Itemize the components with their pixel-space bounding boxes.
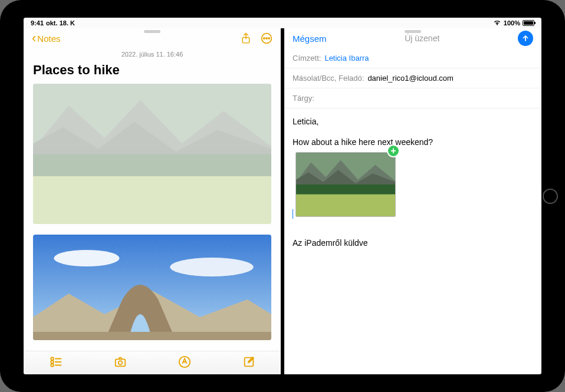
svg-point-14 [51,360,54,363]
back-button[interactable]: ‹ Notes [32,34,61,44]
markup-circle-icon[interactable] [178,355,191,371]
notes-app: ‹ Notes [24,28,281,374]
status-date: okt. 18. K [46,19,75,27]
cancel-button[interactable]: Mégsem [293,34,327,44]
svg-point-3 [266,38,267,39]
to-value: Leticia Ibarra [324,54,369,62]
to-label: Címzett: [293,54,321,62]
notes-toolbar [24,351,281,374]
mail-window-title: Új üzenet [405,34,439,43]
ellipsis-circle-icon[interactable] [261,32,272,44]
mail-body[interactable]: Leticia, How about a hike here next week… [284,108,541,256]
split-view: ‹ Notes [24,28,541,374]
camera-icon[interactable] [114,355,127,371]
home-button[interactable] [543,189,558,204]
svg-point-11 [170,258,253,276]
note-photo-2[interactable] [33,235,271,340]
mail-body-greeting: Leticia, [293,116,533,128]
mail-fields: Címzett: Leticia Ibarra Másolat/Bcc, Fel… [284,48,541,108]
multitask-pill-icon[interactable] [144,30,160,33]
multitask-pill-icon[interactable] [405,30,421,33]
note-photo-1[interactable] [33,84,271,224]
svg-point-13 [51,357,54,360]
svg-point-17 [118,361,121,364]
back-label: Notes [37,34,60,44]
mail-app: Mégsem Új üzenet Címzett: Leticia Ibarra… [284,28,541,374]
send-button[interactable] [518,31,533,46]
svg-rect-23 [296,195,395,216]
svg-rect-12 [33,332,271,340]
svg-point-15 [51,364,54,367]
share-icon[interactable] [241,32,251,44]
status-bar: 9:41 okt. 18. K 100% [24,18,541,28]
compose-icon[interactable] [242,355,255,371]
subject-label: Tárgy: [293,94,314,103]
note-date: 2022. július 11. 16:46 [33,51,271,58]
mail-signature: Az iPademről küldve [293,237,533,249]
note-title: Places to hike [33,62,271,78]
subject-field[interactable]: Tárgy: [284,88,541,108]
text-cursor [293,209,293,219]
wifi-icon [493,19,501,27]
screen: 9:41 okt. 18. K 100% ‹ Notes [24,18,541,374]
mail-body-line: How about a hike here next weekend? [293,136,533,149]
battery-percent: 100% [504,19,520,27]
cc-field[interactable]: Másolat/Bcc, Feladó: daniel_rico1@icloud… [284,68,541,88]
plus-circle-icon: + [387,144,400,157]
cc-value: daniel_rico1@icloud.com [367,74,453,83]
cc-label: Másolat/Bcc, Feladó: [293,74,364,83]
svg-rect-16 [115,359,125,366]
checklist-icon[interactable] [50,355,63,371]
to-field[interactable]: Címzett: Leticia Ibarra [284,48,541,68]
svg-point-10 [54,250,119,266]
note-content[interactable]: 2022. július 11. 16:46 Places to hike [24,48,281,351]
status-time: 9:41 [31,19,44,27]
svg-point-4 [268,38,270,39]
svg-rect-8 [33,176,271,224]
dragged-photo[interactable] [295,152,396,217]
svg-point-2 [264,38,265,39]
ipad-frame: 9:41 okt. 18. K 100% ‹ Notes [0,0,565,392]
battery-icon [523,20,534,26]
